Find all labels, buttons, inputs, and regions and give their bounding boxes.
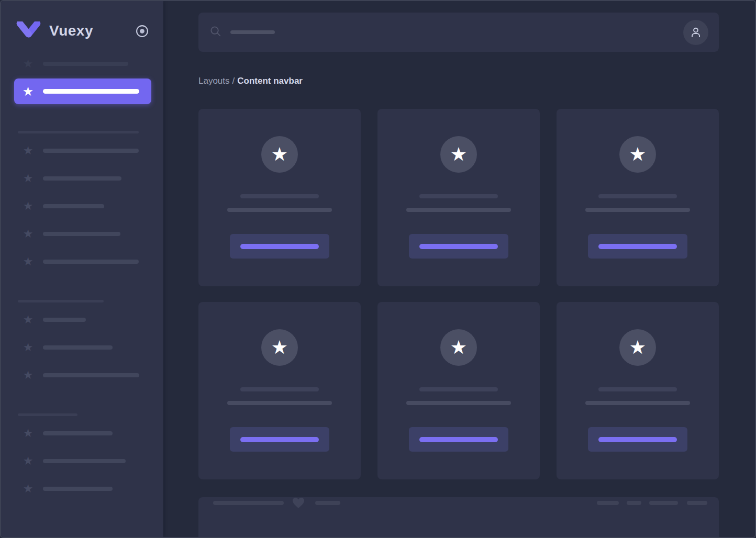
search-input-placeholder[interactable] [230, 30, 275, 34]
demo-card: ★ [377, 109, 540, 286]
card-button[interactable] [409, 234, 508, 259]
star-icon: ★ [21, 145, 35, 156]
sidebar-pin-toggle-icon[interactable] [136, 25, 149, 38]
skeleton-bar [43, 487, 113, 491]
sidebar-item-skeleton[interactable]: ★ [1, 248, 163, 275]
card-button[interactable] [230, 234, 329, 259]
skeleton-subtitle-bar [227, 208, 332, 212]
section-divider [18, 131, 139, 133]
card-button[interactable] [588, 234, 687, 259]
card-button[interactable] [588, 427, 687, 452]
demo-card: ★ [198, 302, 361, 479]
card-star-avatar: ★ [261, 329, 298, 366]
footer-card [198, 497, 719, 538]
star-icon: ★ [21, 85, 35, 98]
star-icon: ★ [450, 145, 467, 164]
footer-link-bar [687, 501, 707, 505]
footer-link-bar [597, 501, 619, 505]
card-star-avatar: ★ [619, 136, 656, 173]
button-label-bar [240, 244, 319, 249]
sidebar-item-skeleton[interactable]: ★ [1, 447, 163, 475]
card-grid: ★ ★ ★ [198, 109, 719, 479]
skeleton-bar [43, 318, 86, 322]
sidebar-item-skeleton[interactable]: ★ [1, 220, 163, 248]
star-icon: ★ [21, 369, 35, 381]
skeleton-bar [43, 373, 139, 377]
skeleton-bar [43, 431, 113, 435]
skeleton-subtitle-bar [585, 401, 690, 405]
skeleton-bar [43, 89, 139, 94]
section-divider [18, 300, 104, 302]
star-icon: ★ [629, 338, 646, 357]
star-icon: ★ [21, 342, 35, 353]
sidebar-item-skeleton[interactable]: ★ [1, 361, 163, 389]
skeleton-bar [43, 204, 104, 208]
skeleton-bar [43, 345, 113, 350]
skeleton-bar [43, 232, 120, 236]
star-icon: ★ [21, 173, 35, 184]
star-icon: ★ [21, 483, 35, 495]
demo-card: ★ [557, 302, 719, 479]
breadcrumb: Layouts/Content navbar [198, 76, 719, 86]
section-divider [18, 413, 77, 416]
sidebar-item-skeleton[interactable]: ★ [1, 164, 163, 192]
star-icon: ★ [271, 145, 288, 164]
footer-link-bar [627, 501, 641, 505]
sidebar: Vuexy ★ ★ ★ ★ ★ ★ ★ ★ [1, 1, 163, 537]
sidebar-item-active[interactable]: ★ [14, 79, 151, 104]
card-star-avatar: ★ [261, 136, 298, 173]
vuexy-logo-icon[interactable] [16, 21, 41, 41]
skeleton-bar [43, 149, 139, 153]
skeleton-subtitle-bar [585, 208, 690, 212]
card-star-avatar: ★ [619, 329, 656, 366]
skeleton-subtitle-bar [406, 401, 511, 405]
person-icon [689, 26, 703, 39]
sidebar-item-skeleton[interactable]: ★ [1, 419, 163, 447]
top-navbar [198, 13, 719, 52]
sidebar-item-skeleton[interactable]: ★ [1, 137, 163, 164]
footer-link-bar [649, 501, 678, 505]
star-icon: ★ [271, 338, 288, 357]
star-icon: ★ [450, 338, 467, 357]
star-icon: ★ [21, 58, 35, 70]
demo-card: ★ [198, 109, 361, 286]
breadcrumb-current: Content navbar [237, 76, 303, 86]
button-label-bar [598, 244, 677, 249]
breadcrumb-separator: / [232, 76, 235, 86]
skeleton-bar [43, 260, 139, 264]
skeleton-bar [43, 176, 121, 181]
button-label-bar [598, 437, 677, 442]
skeleton-bar [43, 459, 126, 463]
demo-card: ★ [557, 109, 719, 286]
search-icon[interactable] [209, 25, 221, 39]
main-content: Layouts/Content navbar ★ ★ ★ [163, 1, 755, 537]
star-icon: ★ [21, 314, 35, 326]
sidebar-item-skeleton[interactable]: ★ [1, 333, 163, 361]
heart-icon [292, 497, 305, 509]
star-icon: ★ [21, 228, 35, 240]
star-icon: ★ [21, 256, 35, 267]
user-avatar[interactable] [683, 20, 708, 45]
card-star-avatar: ★ [440, 329, 477, 366]
sidebar-item-skeleton[interactable]: ★ [1, 306, 163, 333]
card-button[interactable] [409, 427, 508, 452]
app-title: Vuexy [49, 23, 93, 39]
card-button[interactable] [230, 427, 329, 452]
skeleton-title-bar [419, 387, 498, 391]
footer-text-bar [315, 501, 340, 505]
sidebar-item-skeleton[interactable]: ★ [1, 50, 163, 77]
star-icon: ★ [21, 428, 35, 439]
skeleton-title-bar [598, 387, 677, 391]
star-icon: ★ [629, 145, 646, 164]
demo-card: ★ [377, 302, 540, 479]
breadcrumb-parent[interactable]: Layouts [198, 76, 230, 86]
star-icon: ★ [21, 455, 35, 467]
button-label-bar [419, 437, 498, 442]
button-label-bar [240, 437, 319, 442]
sidebar-item-skeleton[interactable]: ★ [1, 475, 163, 502]
footer-text-bar [213, 501, 284, 505]
skeleton-title-bar [419, 194, 498, 198]
sidebar-item-skeleton[interactable]: ★ [1, 192, 163, 220]
footer-row [213, 497, 707, 509]
sidebar-header: Vuexy [1, 1, 163, 39]
